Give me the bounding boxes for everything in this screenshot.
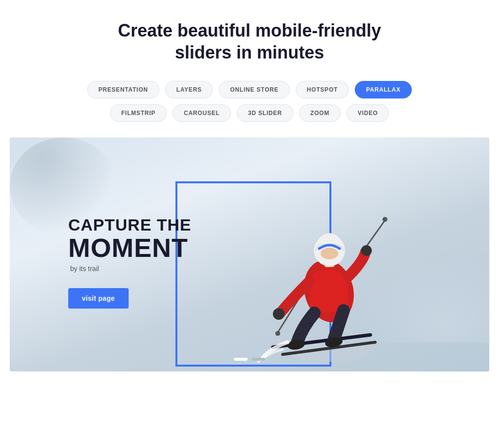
tab-presentation[interactable]: PRESENTATION <box>87 81 159 98</box>
tab-layers[interactable]: LAYERS <box>165 81 213 98</box>
slide-caption-line1: CAPTURE THE <box>68 215 192 234</box>
tab-hotspot[interactable]: HOTSPOT <box>296 81 349 98</box>
tab-video[interactable]: VIDEO <box>346 104 389 122</box>
svg-point-6 <box>383 217 387 222</box>
headline-section: Create beautiful mobile-friendly sliders… <box>10 19 489 63</box>
tabs-container: PRESENTATION LAYERS ONLINE STORE HOTSPOT… <box>10 81 489 122</box>
tab-carousel[interactable]: CAROUSEL <box>173 104 231 122</box>
svg-point-14 <box>321 248 338 259</box>
dot-1[interactable] <box>234 358 248 361</box>
slider-demo: CAPTURE THE MOMENT by its trail visit pa… <box>10 137 489 371</box>
dot-2[interactable] <box>251 358 265 361</box>
tab-online-store[interactable]: ONLINE STORE <box>219 81 289 98</box>
slide-dots <box>234 358 265 361</box>
tabs-row-1: PRESENTATION LAYERS ONLINE STORE HOTSPOT… <box>87 81 412 98</box>
tab-3d-slider[interactable]: 3D SLIDER <box>237 104 293 122</box>
slide-caption-line2: MOMENT <box>68 234 192 261</box>
tab-parallax[interactable]: PARALLAX <box>355 81 412 98</box>
svg-point-8 <box>273 308 285 320</box>
slide-cta-button[interactable]: visit page <box>68 288 129 309</box>
svg-point-9 <box>361 245 372 256</box>
tabs-row-2: FILMSTRIP CAROUSEL 3D SLIDER ZOOM VIDEO <box>110 104 389 122</box>
tab-filmstrip[interactable]: FILMSTRIP <box>110 104 167 122</box>
skier-image <box>244 196 409 371</box>
slide-caption-sub: by its trail <box>70 265 192 273</box>
page-title: Create beautiful mobile-friendly sliders… <box>10 19 489 63</box>
slide-text-block: CAPTURE THE MOMENT by its trail visit pa… <box>68 215 192 309</box>
tab-zoom[interactable]: ZOOM <box>299 104 341 122</box>
page-wrapper: Create beautiful mobile-friendly sliders… <box>0 0 499 391</box>
svg-point-5 <box>275 331 280 336</box>
